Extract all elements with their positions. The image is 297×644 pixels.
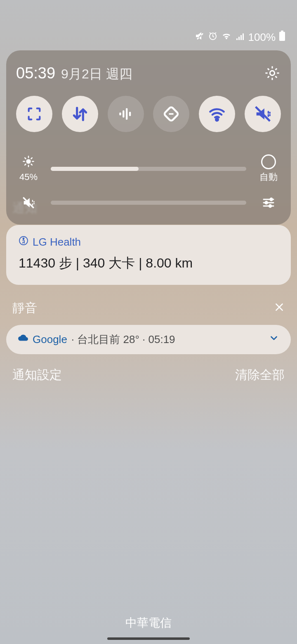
svg-rect-2: [281, 31, 283, 32]
rotate-toggle[interactable]: [153, 96, 189, 132]
svg-rect-7: [129, 112, 130, 116]
qs-time-date[interactable]: 05:39 9月2日 週四: [16, 64, 132, 83]
notif-app-row: LG Health: [19, 236, 278, 249]
brightness-icon: [22, 155, 35, 170]
signal-icon: [235, 32, 245, 43]
chevron-down-icon[interactable]: [269, 333, 279, 346]
battery-icon: [279, 31, 285, 44]
qs-toggles-row: [16, 96, 281, 132]
vibrate-toggle[interactable]: [245, 96, 281, 132]
auto-label: 自動: [259, 171, 278, 183]
sound-settings-icon[interactable]: [256, 196, 281, 209]
qs-header: 05:39 9月2日 週四: [16, 64, 281, 83]
qs-date: 9月2日 週四: [61, 65, 132, 83]
qs-time: 05:39: [16, 64, 55, 82]
svg-rect-6: [126, 108, 127, 120]
carrier-label: 中華電信: [0, 615, 297, 631]
data-toggle[interactable]: [62, 96, 98, 132]
lg-health-notification[interactable]: LG Health 11430 步 | 340 大卡 | 8.00 km: [6, 225, 291, 285]
gear-icon[interactable]: [264, 64, 281, 83]
wifi-toggle[interactable]: [199, 96, 235, 132]
notif-app-name: LG Health: [33, 236, 81, 249]
sound-toggle[interactable]: [108, 96, 144, 132]
auto-brightness-toggle[interactable]: 自動: [256, 154, 281, 183]
notification-settings-button[interactable]: 通知設定: [12, 367, 62, 384]
muted-label: 靜音: [12, 300, 37, 317]
brightness-percent: 45%: [19, 172, 38, 182]
bottom-actions: 通知設定 清除全部: [0, 354, 297, 384]
svg-point-12: [265, 201, 268, 204]
svg-point-9: [216, 118, 218, 121]
muted-section-header: 靜音: [0, 300, 297, 317]
screenshot-toggle[interactable]: [16, 96, 52, 132]
brightness-slider[interactable]: [51, 167, 246, 171]
brightness-label-group: 45%: [16, 155, 41, 182]
clear-all-button[interactable]: 清除全部: [235, 367, 285, 384]
alarm-icon: [208, 31, 218, 44]
svg-point-10: [26, 159, 31, 163]
svg-point-3: [270, 71, 274, 75]
svg-point-13: [269, 205, 271, 207]
notif-summary: 11430 步 | 340 大卡 | 8.00 km: [19, 254, 278, 272]
google-summary: · 台北目前 28° · 05:19: [71, 332, 175, 347]
mute-icon: [195, 31, 205, 44]
svg-rect-4: [119, 113, 121, 116]
volume-slider[interactable]: [51, 201, 246, 205]
nav-handle[interactable]: [107, 637, 190, 640]
status-bar: 100%: [195, 31, 286, 44]
svg-point-11: [270, 198, 273, 201]
wifi-icon: [221, 31, 232, 44]
google-notification[interactable]: Google · 台北目前 28° · 05:19: [6, 325, 291, 354]
walking-icon: [19, 236, 28, 249]
battery-percent: 100%: [248, 31, 276, 44]
close-icon[interactable]: [274, 301, 285, 315]
svg-rect-1: [279, 32, 285, 41]
cloud-icon: [18, 333, 28, 346]
svg-point-15: [23, 238, 24, 239]
svg-rect-5: [123, 110, 124, 118]
google-app-name: Google: [33, 333, 67, 346]
brightness-slider-row: 45% 自動: [16, 154, 281, 183]
volume-mute-icon: [16, 196, 41, 210]
quick-settings-panel: 05:39 9月2日 週四 45%: [6, 50, 291, 225]
volume-slider-row: [16, 196, 281, 210]
